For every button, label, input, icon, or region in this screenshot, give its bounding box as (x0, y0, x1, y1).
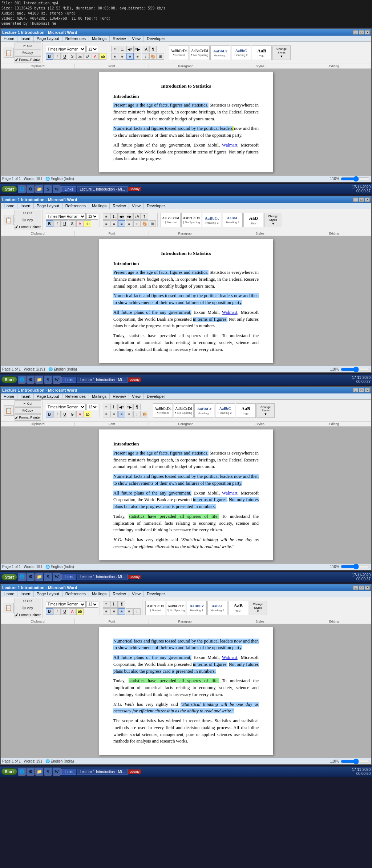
style-h2-btn-1[interactable]: AaBbC Heading 2 (231, 45, 251, 60)
fontcolor-btn-1[interactable]: A (92, 53, 99, 60)
tb3-icon-2[interactable]: ⚙ (27, 573, 35, 581)
tab-pagelayout-4[interactable]: Page Layout (34, 591, 62, 597)
copy-btn-4[interactable]: ⎘ Copy (15, 605, 41, 611)
indent-increase-1[interactable]: ≡▶ (134, 46, 141, 52)
underline-btn-4[interactable]: U (61, 608, 68, 615)
tab-view-4[interactable]: View (129, 591, 144, 597)
style-normal-btn-3[interactable]: AaBbCcDd¶ Normal (153, 403, 173, 418)
style-h2-btn-3[interactable]: AaBbCHeading 2 (215, 403, 235, 418)
font-name-2[interactable]: Times New Roman (46, 213, 86, 220)
align-justify-1[interactable]: ≡ (134, 53, 141, 60)
start-button-4[interactable]: Start (1, 768, 17, 775)
tab-view-1[interactable]: View (129, 36, 144, 41)
style-h1-btn-4[interactable]: AaBbCcHeading 1 (187, 601, 207, 615)
close-btn-2[interactable]: ✕ (365, 197, 370, 202)
tb3-icon-1[interactable]: 🌐 (18, 573, 26, 581)
tab-mailings-2[interactable]: Mailings (89, 203, 110, 209)
tb2-icon-1[interactable]: 🌐 (18, 376, 26, 384)
fontcolor-btn-3[interactable]: A (76, 411, 84, 417)
align-left-2[interactable]: ≡ (103, 220, 110, 227)
taskbar-icon-1[interactable]: 🌐 (18, 185, 26, 193)
paste-btn-1[interactable]: 📋 (4, 48, 14, 58)
taskbar-app-4[interactable]: Lecture 1 Introduction - Mi... (77, 769, 128, 775)
style-nospacing-btn-1[interactable]: AaBbCcDd ¶ No Spacing (190, 45, 210, 60)
tab-review-4[interactable]: Review (110, 591, 129, 597)
indent-inc-2[interactable]: ≡▶ (126, 213, 133, 220)
style-title-btn-3[interactable]: AaBTitle (236, 403, 256, 418)
maximize-btn-4[interactable]: □ (359, 585, 364, 590)
strikethrough-btn-3[interactable]: S (69, 411, 76, 417)
taskbar-app-2[interactable]: Lecture 1 Introduction - Mi... (77, 377, 128, 383)
tb4-icon-1[interactable]: 🌐 (18, 768, 26, 776)
style-normal-btn-1[interactable]: AaBbCcDd ¶ Normal (169, 45, 189, 60)
borders-btn-1[interactable]: ⊞ (157, 53, 164, 60)
tab-insert-3[interactable]: Insert (17, 393, 34, 399)
tb3-icon-3[interactable]: 📁 (35, 573, 43, 581)
tab-insert-4[interactable]: Insert (17, 591, 34, 597)
taskbar-icon-5[interactable]: W (53, 185, 61, 193)
tab-insert-1[interactable]: Insert (17, 36, 34, 41)
align-right-1[interactable]: ≡ (126, 53, 134, 60)
zoom-slider-3[interactable] (341, 564, 370, 569)
style-h2-btn-2[interactable]: AaBbCHeading 2 (223, 213, 243, 227)
strikethrough-btn-1[interactable]: S (69, 53, 76, 60)
subscript-btn-1[interactable]: x₂ (76, 53, 84, 60)
numbering-btn-4[interactable]: 1. (110, 601, 118, 608)
tb4-icon-2[interactable]: ⚙ (27, 768, 35, 776)
cut-btn-2[interactable]: ✂ Cut (15, 210, 41, 216)
change-styles-btn-1[interactable]: ChangeStyles ▼ (272, 45, 291, 60)
font-size-1[interactable]: 12 (86, 46, 98, 52)
underline-btn-3[interactable]: U (61, 411, 68, 417)
tab-pagelayout-1[interactable]: Page Layout (34, 36, 62, 41)
style-nospacing-btn-3[interactable]: AaBbCcDd¶ No Spacing (174, 403, 194, 418)
underline-btn-2[interactable]: U (61, 220, 68, 227)
highlight-btn-2[interactable]: ab (84, 220, 91, 227)
indent-decrease-1[interactable]: ◀≡ (126, 46, 134, 52)
cut-btn-4[interactable]: ✂ Cut (15, 598, 41, 604)
underline-btn-1[interactable]: U (61, 53, 68, 60)
align-left-3[interactable]: ≡ (103, 411, 110, 417)
tab-view-3[interactable]: View (129, 393, 144, 399)
tb2-icon-2[interactable]: ⚙ (27, 376, 35, 384)
line-spacing-3[interactable]: ↕ (133, 411, 141, 417)
bullets-btn-3[interactable]: ≡ (103, 404, 110, 410)
style-h1-btn-1[interactable]: AaBbCc Heading 1 (210, 45, 230, 60)
paste-btn-3[interactable]: 📋 (4, 405, 14, 416)
tb3-icon-4[interactable]: S (44, 573, 52, 581)
bullets-btn-4[interactable]: ≡ (103, 601, 110, 608)
tb2-icon-5[interactable]: W (53, 376, 61, 384)
style-h1-btn-3[interactable]: AaBbCcHeading 1 (194, 403, 214, 418)
format-painter-btn-2[interactable]: 🖌 Format Painter (15, 224, 41, 230)
taskbar-icon-3[interactable]: 📁 (35, 185, 43, 193)
shading-btn-3[interactable]: 🎨 (141, 411, 148, 417)
format-painter-btn-3[interactable]: 🖌 Format Painter (15, 414, 41, 421)
minimize-btn-1[interactable]: _ (353, 30, 358, 35)
tab-developer-4[interactable]: Developer (144, 591, 168, 597)
align-justify-3[interactable]: ≡ (126, 411, 133, 417)
close-btn-1[interactable]: ✕ (365, 30, 370, 35)
copy-btn-3[interactable]: ⎘ Copy (15, 407, 41, 414)
maximize-btn-2[interactable]: □ (359, 197, 364, 202)
links-btn-1[interactable]: Links (61, 186, 76, 192)
superscript-btn-1[interactable]: x² (84, 53, 91, 60)
taskbar-icon-2[interactable]: ⚙ (27, 185, 35, 193)
maximize-btn-1[interactable]: □ (359, 30, 364, 35)
tb2-icon-4[interactable]: S (44, 376, 52, 384)
taskbar-app-3[interactable]: Lecture 1 Introduction - Mi... (77, 574, 128, 580)
close-btn-3[interactable]: ✕ (365, 388, 370, 392)
bold-btn-2[interactable]: B (46, 220, 53, 227)
cut-btn-1[interactable]: ✂ Cut (15, 43, 41, 49)
tab-home-4[interactable]: Home (1, 591, 17, 597)
style-title-btn-4[interactable]: AaBTitle (228, 601, 248, 615)
tab-developer-1[interactable]: Developer (144, 36, 168, 41)
style-normal-btn-4[interactable]: AaBbCcDd¶ Normal (145, 601, 165, 615)
style-title-btn-2[interactable]: AaBTitle (243, 213, 263, 227)
font-size-2[interactable]: 12 (86, 213, 98, 220)
italic-btn-4[interactable]: I (53, 608, 61, 615)
line-spacing-4[interactable]: ↕ (133, 608, 141, 615)
show-hide-4[interactable]: ¶ (118, 601, 125, 608)
change-styles-btn-4[interactable]: ChangeStyles ▼ (249, 601, 267, 615)
taskbar-app-1[interactable]: Lecture 1 Introduction - Mi... (77, 186, 128, 192)
bold-btn-4[interactable]: B (46, 608, 53, 615)
sort-btn-1[interactable]: ↕A (142, 46, 149, 52)
